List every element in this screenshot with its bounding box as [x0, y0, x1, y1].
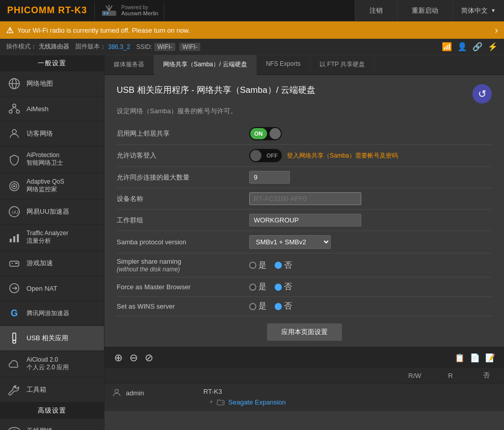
expand-icon[interactable]: +	[209, 398, 213, 406]
col-user	[104, 368, 196, 384]
alert-message: Your Wi-Fi radio is currently turned off…	[17, 27, 190, 34]
toggle-enable[interactable]: ON	[249, 127, 282, 140]
workgroup-input[interactable]	[249, 214, 361, 226]
svg-line-13	[14, 107, 18, 110]
wins-server-no-radio[interactable]: 否	[275, 301, 292, 312]
nat-icon	[7, 281, 21, 295]
sidebar-label: 游戏加速	[26, 259, 53, 268]
device-name: RT-K3	[203, 388, 390, 395]
svg-point-2	[107, 12, 109, 14]
tab-ftp[interactable]: 以 FTP 共享硬盘	[310, 55, 375, 75]
sidebar-item-guest-network[interactable]: 访客网络	[0, 121, 104, 146]
language-label: 简体中文	[461, 6, 488, 15]
sidebar-item-aimesh[interactable]: AiMesh	[0, 96, 104, 121]
sidebar-label: USB 相关应用	[26, 334, 68, 343]
form-label-wins-server: Set as WINS server	[117, 302, 239, 310]
alert-bar: ⚠ Your Wi-Fi radio is currently turned o…	[0, 21, 504, 39]
shield-icon	[7, 153, 21, 167]
wins-server-yes-radio[interactable]: 是	[249, 301, 267, 312]
firmware-label: 固件版本：	[75, 42, 106, 51]
add-button[interactable]: ⊕	[112, 351, 125, 364]
radio-yes-label: 是	[258, 301, 267, 312]
powered-by-label: Powered by	[121, 5, 158, 10]
form-label-device-name: 设备名称	[117, 194, 239, 204]
svg-point-33	[115, 389, 119, 393]
language-button[interactable]: 简体中文 ▼	[453, 0, 504, 21]
sidebar-item-traffic-analyzer[interactable]: Traffic Analyzer 流量分析	[0, 224, 104, 251]
sidebar-label: AiCloud 2.0 个人云 2.0 应用	[26, 356, 69, 372]
sidebar-item-tools[interactable]: 工具箱	[0, 377, 104, 402]
simple-naming-yes-radio[interactable]: 是	[249, 260, 267, 271]
force-master-radio-group: 是 否	[249, 282, 292, 292]
drive-name: Seagate Expansion	[228, 398, 286, 406]
sidebar-item-usb-app[interactable]: USB 相关应用	[0, 326, 104, 351]
sidebar-label: AiProtection 智能网络卫士	[26, 151, 63, 167]
form-row-samba-protocol: Samba protocol version SMBv1 + SMBv2 SMB…	[117, 231, 492, 254]
apply-button[interactable]: 应用本页面设置	[267, 323, 342, 341]
drive-icon	[216, 397, 225, 407]
page-title: USB 相关应用程序 - 网络共享（Samba）/ 云端硬盘	[117, 84, 315, 96]
content-area: 媒体服务器 网络共享（Samba）/ 云端硬盘 NFS Exports 以 FT…	[104, 55, 504, 430]
svg-line-5	[109, 6, 112, 11]
sidebar-item-aicloud[interactable]: AiCloud 2.0 个人云 2.0 应用	[0, 351, 104, 377]
tab-media-server[interactable]: 媒体服务器	[104, 55, 154, 75]
mode-value: 无线路由器	[39, 42, 69, 51]
sidebar-label: 腾讯网游加速器	[26, 309, 69, 318]
svg-line-12	[11, 107, 14, 110]
ssid-label: SSID:	[136, 43, 152, 50]
sidebar-item-wangu-uu[interactable]: UU 网易UU加速器	[0, 199, 104, 224]
col-r: R	[433, 368, 468, 384]
max-conn-input[interactable]	[249, 171, 290, 184]
remove-button[interactable]: ⊖	[127, 351, 140, 364]
tab-nfs[interactable]: NFS Exports	[257, 55, 310, 75]
no-cell	[468, 384, 504, 411]
radio-no-label: 否	[284, 301, 292, 312]
cancel-button[interactable]: 注销	[355, 0, 397, 21]
sidebar-item-open-nat[interactable]: Open NAT	[0, 276, 104, 301]
device-name-input[interactable]	[249, 192, 361, 205]
tab-samba[interactable]: 网络共享（Samba）/ 云端硬盘	[154, 55, 257, 75]
sidebar-item-tencent-boost[interactable]: G 腾讯网游加速器	[0, 301, 104, 326]
svg-rect-21	[13, 236, 15, 242]
mesh-icon	[7, 102, 21, 116]
force-master-yes-radio[interactable]: 是	[249, 282, 267, 292]
sidebar-item-network-map[interactable]: 网络地图	[0, 71, 104, 96]
edit-icon-1[interactable]: 📋	[453, 351, 466, 364]
sidebar-label: Open NAT	[26, 285, 57, 292]
svg-point-11	[16, 110, 19, 113]
simple-naming-no-radio[interactable]: 否	[275, 260, 292, 271]
radio-no-label: 否	[284, 282, 292, 292]
page-subtitle: 设定网络（Samba）服务的帐号与许可。	[117, 107, 492, 116]
router-brand: Asuswrt-Merlin	[121, 10, 158, 16]
restart-button[interactable]: 重新启动	[397, 0, 453, 21]
sidebar-label: 访客网络	[26, 129, 53, 138]
edit-icon-2[interactable]: 📄	[468, 351, 482, 364]
game-icon	[7, 256, 21, 270]
sidebar-item-game-boost[interactable]: 游戏加速	[0, 251, 104, 276]
svg-line-3	[106, 6, 109, 11]
alert-arrow-icon[interactable]: ›	[495, 25, 498, 36]
svg-rect-22	[17, 234, 19, 242]
bottom-section: ⊕ ⊖ ⊘ 📋 📄 📝 R/W R 否	[104, 347, 504, 411]
form-label-force-master: Force as Master Browser	[117, 283, 239, 291]
table-row[interactable]: admin RT-K3 + Seagate Expansion	[104, 384, 504, 411]
sidebar-item-adaptive-qos[interactable]: Adaptive QoS 网络监控家	[0, 173, 104, 199]
svg-point-14	[12, 130, 16, 134]
edit-icon-3[interactable]: 📝	[484, 351, 497, 364]
force-master-no-radio[interactable]: 否	[275, 282, 292, 292]
svg-text:UU: UU	[12, 210, 18, 215]
cancel-row-button[interactable]: ⊘	[142, 351, 155, 364]
usb-icon: ⚡	[488, 42, 498, 52]
samba-protocol-select[interactable]: SMBv1 + SMBv2 SMBv1 SMBv2	[249, 235, 331, 249]
router-icon	[100, 2, 118, 20]
advanced-section-title: 高级设置	[0, 402, 104, 419]
toggle-guest[interactable]: OFF	[249, 149, 282, 162]
sidebar-item-wireless[interactable]: 无线网络	[0, 419, 104, 430]
back-button[interactable]: ↺	[472, 84, 492, 104]
form-label-simple-naming: Simpler share naming (without the disk n…	[117, 258, 239, 273]
powered-by: Powered by Asuswrt-Merlin	[94, 2, 164, 20]
svg-point-35	[222, 402, 223, 403]
form-label-samba-protocol: Samba protocol version	[117, 238, 239, 246]
sidebar-item-aiprotection[interactable]: AiProtection 智能网络卫士	[0, 146, 104, 173]
logo: PHICOMM RT-K3	[0, 5, 94, 16]
